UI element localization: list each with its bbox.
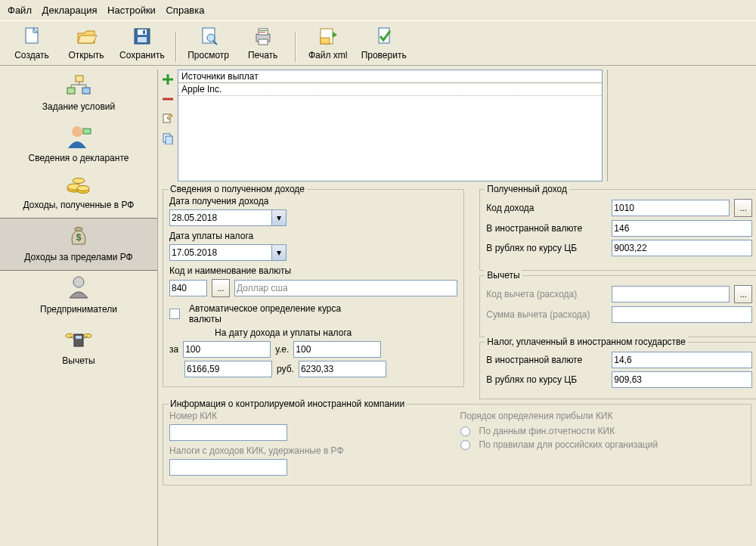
income-code-lookup-button[interactable]: ... (734, 199, 752, 217)
sidebar-income-rf[interactable]: Доходы, полученные в РФ (0, 171, 157, 218)
kik-opt2-radio[interactable] (460, 440, 470, 450)
menu-file[interactable]: Файл (8, 5, 32, 16)
auto-rate-checkbox[interactable] (169, 309, 180, 319)
print-button[interactable]: Печать (236, 24, 290, 62)
svg-rect-11 (259, 30, 267, 31)
open-label: Открыть (68, 50, 104, 60)
gb-income-info-title: Сведения о полученном доходе (168, 184, 307, 194)
print-label: Печать (248, 50, 277, 60)
toolbar: Создать Открыть Сохранить Просмотр Печат… (0, 20, 756, 66)
sources-header: Источники выплат (178, 70, 602, 83)
edit-source-icon[interactable] (161, 112, 175, 126)
ftax-rub-input[interactable] (612, 371, 752, 388)
deduction-code-input (612, 286, 730, 302)
sidebar-conditions[interactable]: Задание условий (0, 70, 157, 119)
source-row[interactable]: Apple Inc. (178, 83, 602, 96)
svg-rect-4 (143, 30, 145, 34)
currency-name-input (234, 280, 457, 296)
sidebar-income-abroad-label: Доходы за пределами РФ (24, 252, 132, 262)
kik-tax-label: Налоги с доходов КИК, удержанные в РФ (169, 445, 454, 456)
add-source-icon[interactable] (161, 73, 175, 86)
auto-rate-label: Автоматическое определение курса валюты (189, 303, 370, 324)
rate-val1-input[interactable] (184, 361, 272, 377)
kik-opt1-radio[interactable] (460, 427, 470, 436)
menu-declaration[interactable]: Декларация (42, 5, 98, 16)
sidebar-deductions[interactable]: Вычеты (0, 322, 157, 374)
svg-text:$: $ (76, 232, 82, 243)
check-button[interactable]: Проверить (355, 24, 413, 62)
source-side-filler (607, 70, 756, 181)
date-tax-combo[interactable]: ▾ (169, 244, 287, 261)
svg-point-28 (77, 186, 89, 191)
svg-rect-3 (138, 37, 147, 42)
sidebar-declarant[interactable]: Сведения о декларанте (0, 119, 157, 171)
xml-button[interactable]: Файл xml (301, 24, 355, 62)
rate-val2-input[interactable] (299, 361, 386, 377)
kik-num-label: Номер КИК (169, 411, 454, 421)
rate-ue-input[interactable] (293, 341, 381, 358)
sources-list[interactable]: Источники выплат Apple Inc. (178, 70, 603, 181)
currency-lookup-button[interactable]: ... (212, 279, 230, 297)
svg-rect-10 (259, 39, 268, 45)
menu-settings[interactable]: Настройки (107, 5, 156, 16)
gb-deductions: Вычеты Код вычета (расхода) ... Сумма вы… (479, 275, 756, 337)
ftax-rub-label: В рублях по курсу ЦБ (486, 374, 607, 385)
date-recv-input[interactable] (169, 209, 272, 226)
date-recv-combo[interactable]: ▾ (169, 209, 287, 226)
rate-header-label: На дату дохода и уплаты налога (215, 327, 457, 338)
kik-num-input (169, 424, 287, 441)
svg-rect-18 (82, 88, 90, 94)
chevron-down-icon[interactable]: ▾ (272, 244, 287, 261)
gb-received-income-title: Полученный доход (485, 184, 569, 194)
svg-rect-16 (76, 76, 83, 82)
income-code-input[interactable] (612, 200, 730, 216)
deduction-code-label: Код вычета (расхода) (486, 289, 607, 299)
gb-income-info: Сведения о полученном доходе Дата получе… (163, 189, 464, 387)
source-tools (158, 70, 178, 181)
menu-help[interactable]: Справка (166, 5, 204, 16)
ftax-fx-input[interactable] (612, 352, 752, 368)
chevron-down-icon[interactable]: ▾ (272, 209, 287, 226)
deduction-code-lookup-button[interactable]: ... (734, 285, 752, 303)
rate-ue-label: у.е. (275, 344, 289, 355)
sidebar-conditions-label: Задание условий (42, 101, 115, 112)
kik-opt1-label: По данным фин.отчетности КИК (479, 426, 615, 436)
sidebar-declarant-label: Сведения о декларанте (29, 153, 129, 163)
currency-code-input[interactable] (169, 280, 207, 296)
copy-source-icon[interactable] (161, 132, 175, 145)
gb-received-income: Полученный доход Код дохода ... В иностр… (479, 189, 756, 271)
remove-source-icon[interactable] (161, 92, 175, 106)
ftax-fx-label: В иностранной валюте (486, 355, 607, 365)
income-fx-label: В иностранной валюте (486, 223, 607, 234)
income-rub-input[interactable] (612, 240, 752, 256)
save-button[interactable]: Сохранить (113, 24, 171, 62)
svg-point-30 (75, 228, 82, 231)
open-button[interactable]: Открыть (59, 24, 113, 62)
currency-code-label: Код и наименование валюты (169, 265, 457, 276)
svg-point-23 (72, 126, 82, 137)
check-label: Проверить (361, 50, 407, 60)
income-code-label: Код дохода (486, 203, 607, 213)
create-button[interactable]: Создать (5, 24, 59, 62)
sidebar-income-abroad[interactable]: $ Доходы за пределами РФ (0, 218, 157, 271)
income-rub-label: В рублях по курсу ЦБ (486, 243, 607, 253)
kik-tax-input (169, 459, 287, 476)
date-tax-input[interactable] (169, 244, 272, 261)
svg-rect-14 (321, 38, 330, 44)
svg-rect-2 (138, 29, 147, 35)
toolbar-separator (175, 32, 177, 62)
rate-for-input[interactable] (183, 341, 271, 358)
gb-foreign-tax-title: Налог, уплаченный в иностранном государс… (485, 337, 688, 347)
date-tax-label: Дата уплаты налога (169, 231, 457, 241)
sidebar-entrepreneurs[interactable]: Предприниматели (0, 271, 157, 322)
income-fx-input[interactable] (612, 220, 752, 237)
menu-bar: Файл Декларация Настройки Справка (0, 0, 756, 20)
gb-deductions-title: Вычеты (485, 270, 522, 281)
date-recv-label: Дата получения дохода (169, 196, 457, 206)
svg-rect-41 (166, 136, 172, 144)
xml-label: Файл xml (308, 50, 348, 60)
sidebar-entrepreneurs-label: Предприниматели (40, 304, 117, 315)
gb-kik-title: Информация о контролируемой иностранной … (168, 399, 407, 409)
preview-button[interactable]: Просмотр (181, 24, 236, 62)
rate-za-label: за (169, 344, 178, 355)
